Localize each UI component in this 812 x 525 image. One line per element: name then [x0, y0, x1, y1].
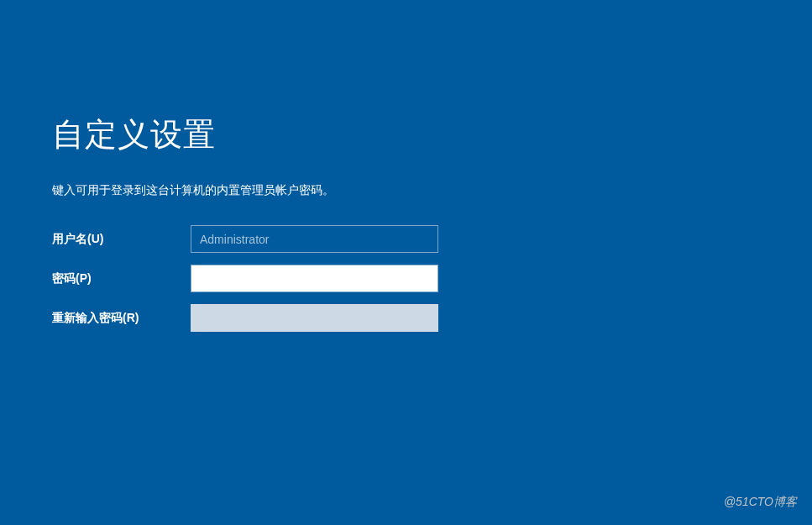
page-title: 自定义设置 [52, 113, 812, 156]
password-row: 密码(P) [52, 265, 812, 292]
confirm-password-row: 重新输入密码(R) [52, 304, 812, 332]
confirm-password-field[interactable] [191, 304, 438, 332]
confirm-password-label: 重新输入密码(R) [52, 311, 191, 326]
username-row: 用户名(U) [52, 225, 812, 253]
username-field [191, 225, 438, 253]
password-label: 密码(P) [52, 271, 191, 286]
username-label: 用户名(U) [52, 232, 191, 247]
watermark-text: @51CTO博客 [724, 495, 797, 510]
setup-container: 自定义设置 键入可用于登录到这台计算机的内置管理员帐户密码。 用户名(U) 密码… [0, 0, 812, 332]
password-field[interactable] [191, 265, 438, 292]
instruction-text: 键入可用于登录到这台计算机的内置管理员帐户密码。 [52, 183, 812, 198]
